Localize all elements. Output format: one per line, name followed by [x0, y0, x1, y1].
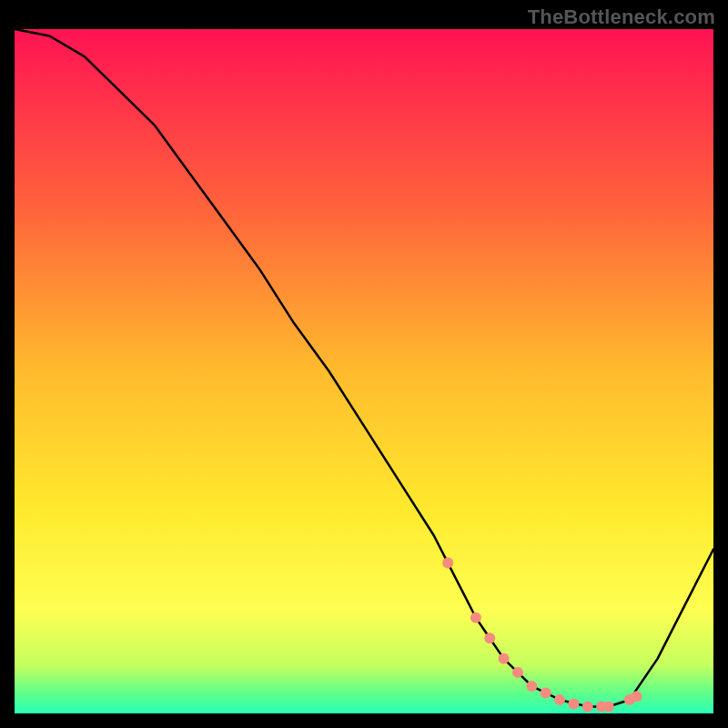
marker-dot: [632, 691, 642, 702]
marker-dot: [582, 701, 593, 712]
marker-dot: [512, 667, 523, 678]
gradient-rect: [15, 29, 713, 713]
marker-dot: [554, 694, 565, 705]
marker-dot: [484, 632, 495, 643]
marker-dot: [568, 698, 579, 709]
watermark-label: TheBottleneck.com: [528, 5, 715, 29]
marker-dot: [470, 612, 481, 623]
chart-frame: TheBottleneck.com: [0, 0, 728, 728]
marker-dot: [499, 653, 510, 664]
marker-dot: [442, 558, 453, 569]
marker-dot: [541, 687, 551, 698]
plot-area: [15, 29, 713, 713]
marker-dot: [603, 701, 614, 712]
chart-svg: [15, 29, 713, 713]
marker-dot: [526, 681, 537, 692]
